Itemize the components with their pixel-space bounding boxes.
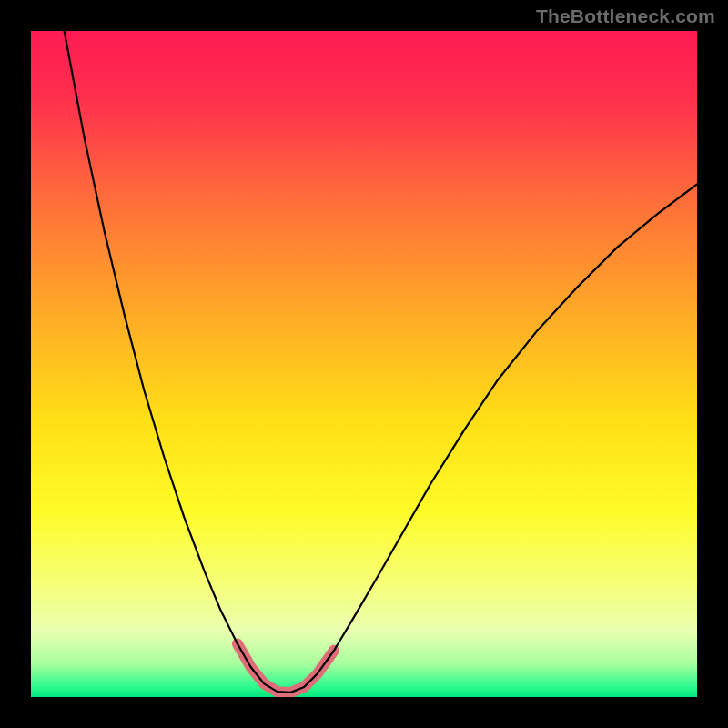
plot-background	[31, 31, 697, 697]
plot-area	[31, 31, 697, 697]
watermark-label: TheBottleneck.com	[536, 5, 715, 27]
chart-frame: TheBottleneck.com	[0, 0, 728, 728]
plot-svg	[31, 31, 697, 697]
